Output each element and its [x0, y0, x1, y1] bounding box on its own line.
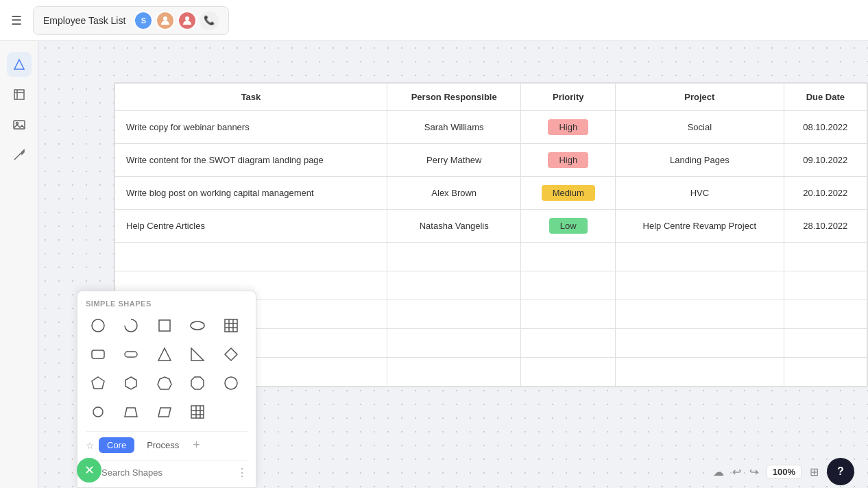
- svg-rect-11: [225, 319, 237, 332]
- table-row: Write content for the SWOT diagram landi…: [115, 144, 867, 177]
- shape-octagon[interactable]: [185, 371, 210, 395]
- col-priority: Priority: [521, 84, 616, 111]
- col-task: Task: [115, 84, 387, 111]
- shape-grid[interactable]: [185, 400, 210, 424]
- shape-parallelogram[interactable]: [152, 400, 177, 424]
- main-area: Task Person Responsible Priority Project…: [0, 41, 868, 488]
- svg-rect-9: [159, 320, 170, 331]
- shape-circle-lg[interactable]: [219, 371, 243, 395]
- image-tool-button[interactable]: [7, 112, 32, 137]
- help-button[interactable]: ?: [827, 458, 854, 485]
- svg-point-1: [185, 16, 189, 21]
- shapes-search-bar: 🔍 ⋮: [86, 460, 248, 479]
- shape-ellipse[interactable]: [185, 313, 210, 338]
- svg-marker-23: [158, 377, 171, 389]
- shape-diamond[interactable]: [219, 342, 243, 367]
- svg-rect-6: [14, 121, 25, 129]
- priority-cell: High: [521, 144, 616, 177]
- shapes-panel: SIMPLE SHAPES: [77, 291, 256, 488]
- shape-circle-sm[interactable]: [86, 400, 110, 424]
- grid-view-icon[interactable]: ⊞: [810, 465, 819, 478]
- shape-arc[interactable]: [119, 313, 143, 338]
- shape-rounded-rect[interactable]: [86, 342, 110, 367]
- shape-trapezoid[interactable]: [119, 400, 143, 424]
- svg-marker-28: [158, 408, 171, 417]
- avatar-a: [156, 11, 175, 30]
- more-options-icon[interactable]: ⋮: [237, 466, 248, 479]
- shape-pentagon[interactable]: [86, 371, 110, 395]
- shape-table[interactable]: [219, 313, 243, 338]
- avatar-b: [178, 11, 197, 30]
- project-cell: HVC: [616, 177, 784, 210]
- svg-point-10: [191, 321, 204, 330]
- phone-icon[interactable]: 📞: [200, 11, 219, 30]
- project-cell: Help Centre Revamp Project: [616, 210, 784, 243]
- tab-core[interactable]: Core: [99, 437, 134, 453]
- shape-heptagon[interactable]: [152, 371, 177, 395]
- cloud-icon[interactable]: ☁: [713, 465, 724, 478]
- draw-tool-button[interactable]: [7, 143, 32, 167]
- shape-hexagon[interactable]: [119, 371, 143, 395]
- svg-marker-21: [92, 377, 104, 389]
- priority-badge: High: [548, 152, 588, 168]
- shapes-tabs: ☆ Core Process +: [86, 431, 248, 453]
- shape-square[interactable]: [152, 313, 177, 338]
- col-due-date: Due Date: [784, 84, 867, 111]
- task-cell: Write content for the SWOT diagram landi…: [115, 144, 387, 177]
- document-title: Employee Task List: [43, 15, 125, 26]
- shape-right-triangle[interactable]: [185, 342, 210, 367]
- due-date-cell: 09.10.2022: [784, 144, 867, 177]
- priority-badge: High: [548, 119, 588, 135]
- zoom-level: 100%: [767, 465, 801, 479]
- table-row: Write copy for webinar banners Sarah Wil…: [115, 111, 867, 144]
- priority-cell: Low: [521, 210, 616, 243]
- close-shapes-fab[interactable]: ✕: [77, 458, 101, 483]
- task-cell: Write copy for webinar banners: [115, 111, 387, 144]
- menu-icon[interactable]: ☰: [11, 13, 22, 28]
- table-row: [115, 243, 867, 271]
- frame-tool-button[interactable]: [7, 82, 32, 107]
- svg-point-25: [225, 377, 237, 389]
- canvas-area[interactable]: Task Person Responsible Priority Project…: [38, 41, 868, 488]
- due-date-cell: 20.10.2022: [784, 177, 867, 210]
- svg-marker-19: [191, 348, 204, 361]
- close-icon: ✕: [84, 463, 95, 478]
- col-person: Person Responsible: [387, 84, 520, 111]
- svg-marker-20: [225, 348, 237, 361]
- favorite-icon[interactable]: ☆: [86, 440, 95, 451]
- task-cell: Help Centre Articles: [115, 210, 387, 243]
- svg-point-0: [163, 16, 167, 21]
- priority-cell: High: [521, 111, 616, 144]
- col-project: Project: [616, 84, 784, 111]
- table-row: Write blog post on working capital manag…: [115, 177, 867, 210]
- add-tab-icon[interactable]: +: [193, 438, 200, 452]
- redo-icon[interactable]: ↪: [749, 465, 758, 478]
- shapes-tool-button[interactable]: [7, 52, 32, 77]
- shape-pill[interactable]: [119, 342, 143, 367]
- priority-badge: Medium: [542, 185, 595, 201]
- shapes-section-title: SIMPLE SHAPES: [86, 300, 248, 308]
- due-date-cell: 08.10.2022: [784, 111, 867, 144]
- task-cell: Write blog post on working capital manag…: [115, 177, 387, 210]
- tab-process[interactable]: Process: [138, 437, 187, 453]
- sidebar-icons: [0, 41, 38, 488]
- shape-circle[interactable]: [86, 313, 110, 338]
- svg-rect-29: [191, 406, 204, 418]
- table-row: Help Centre Articles Natasha Vangelis Lo…: [115, 210, 867, 243]
- due-date-cell: 28.10.2022: [784, 210, 867, 243]
- avatars-group: S 📞: [134, 11, 219, 30]
- svg-marker-18: [158, 348, 171, 361]
- shapes-grid: [86, 313, 248, 424]
- svg-marker-22: [125, 377, 136, 389]
- svg-marker-2: [14, 60, 24, 69]
- svg-point-8: [92, 319, 104, 332]
- svg-rect-3: [14, 90, 24, 99]
- shape-triangle[interactable]: [152, 342, 177, 367]
- search-shapes-input[interactable]: [101, 467, 232, 478]
- project-cell: Landing Pages: [616, 144, 784, 177]
- svg-marker-27: [125, 408, 137, 417]
- project-cell: Social: [616, 111, 784, 144]
- undo-icon[interactable]: ↩: [732, 465, 741, 478]
- person-cell: Perry Mathew: [387, 144, 520, 177]
- title-box: Employee Task List S 📞: [33, 6, 229, 35]
